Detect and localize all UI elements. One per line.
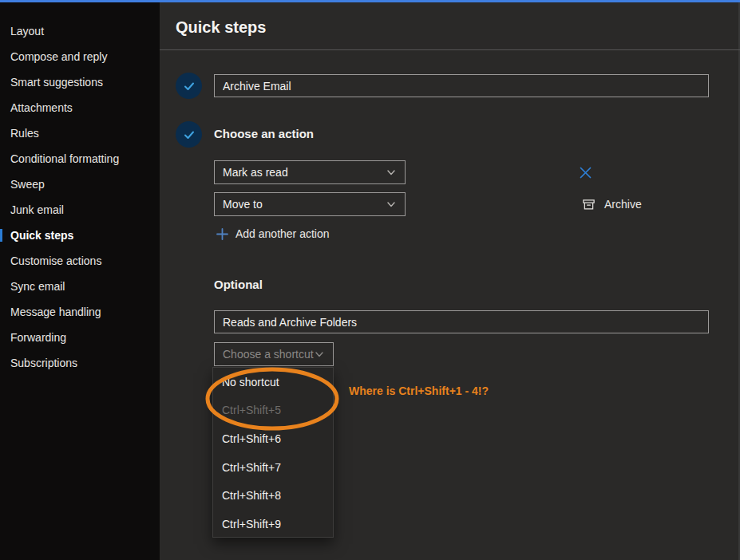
step1-check-badge: [176, 73, 202, 99]
action1-dropdown[interactable]: Mark as read: [214, 160, 406, 184]
remove-action1-button[interactable]: [576, 163, 595, 182]
action2-dropdown-value: Move to: [223, 198, 386, 211]
selected-folder-label: Archive: [604, 198, 740, 211]
selected-indicator-bar: [0, 229, 2, 242]
sidebar-item-label: Smart suggestions: [10, 76, 103, 89]
sidebar-item-label: Attachments: [10, 101, 73, 114]
annotation-text: Where is Ctrl+Shift+1 - 4!?: [349, 385, 489, 397]
chevron-down-icon: [386, 199, 397, 210]
sidebar-item-layout[interactable]: Layout: [0, 18, 160, 44]
quick-steps-panel: Quick steps Choose an action Mark as rea…: [160, 2, 740, 560]
sidebar-item-label: Junk email: [10, 203, 64, 216]
sidebar-item-label: Subscriptions: [10, 357, 77, 369]
archive-icon: [581, 197, 596, 212]
description-input[interactable]: [214, 310, 709, 333]
shortcut-option-ctrl-shift-6[interactable]: Ctrl+Shift+6: [213, 424, 333, 453]
action1-dropdown-value: Mark as read: [223, 166, 386, 179]
sidebar-item-message-handling[interactable]: Message handling: [0, 299, 160, 325]
sidebar-item-rules[interactable]: Rules: [0, 120, 160, 146]
sidebar-item-sync-email[interactable]: Sync email: [0, 274, 160, 299]
header-divider: [160, 49, 740, 50]
shortcut-option-ctrl-shift-9[interactable]: Ctrl+Shift+9: [213, 510, 333, 538]
sidebar-item-label: Sweep: [10, 178, 45, 191]
choose-action-heading: Choose an action: [214, 127, 314, 140]
sidebar-item-compose-and-reply[interactable]: Compose and reply: [0, 44, 160, 69]
sidebar-item-sweep[interactable]: Sweep: [0, 172, 160, 197]
optional-heading: Optional: [214, 278, 263, 291]
shortcut-options-flyout: No shortcut Ctrl+Shift+5 Ctrl+Shift+6 Ct…: [212, 367, 334, 538]
step2-check-badge: [176, 121, 202, 148]
sidebar-item-label: Quick steps: [10, 229, 73, 242]
shortcut-option-ctrl-shift-7[interactable]: Ctrl+Shift+7: [213, 453, 333, 482]
shortcut-dropdown-placeholder: Choose a shortcut: [223, 348, 314, 361]
settings-sidebar: Layout Compose and reply Smart suggestio…: [0, 2, 160, 560]
sidebar-item-smart-suggestions[interactable]: Smart suggestions: [0, 69, 160, 95]
sidebar-item-conditional-formatting[interactable]: Conditional formatting: [0, 146, 160, 172]
sidebar-item-label: Layout: [10, 25, 44, 37]
add-another-action-label: Add another action: [235, 227, 330, 240]
sidebar-item-customise-actions[interactable]: Customise actions: [0, 248, 160, 274]
sidebar-item-label: Conditional formatting: [10, 152, 119, 165]
move-to-folder-picker[interactable]: Archive: [581, 192, 740, 216]
sidebar-item-forwarding[interactable]: Forwarding: [0, 325, 160, 350]
shortcut-option-ctrl-shift-5: Ctrl+Shift+5: [213, 396, 333, 425]
quick-step-name-input[interactable]: [214, 74, 709, 97]
sidebar-item-label: Sync email: [10, 280, 65, 293]
sidebar-item-label: Message handling: [10, 306, 101, 318]
sidebar-item-label: Rules: [10, 127, 39, 140]
shortcut-option-ctrl-shift-8[interactable]: Ctrl+Shift+8: [213, 481, 333, 510]
chevron-down-icon: [386, 167, 397, 178]
sidebar-item-attachments[interactable]: Attachments: [0, 95, 160, 120]
page-title: Quick steps: [176, 18, 266, 37]
sidebar-item-quick-steps[interactable]: Quick steps: [0, 223, 160, 248]
settings-window: Layout Compose and reply Smart suggestio…: [0, 0, 740, 560]
check-icon: [183, 80, 196, 93]
sidebar-item-subscriptions[interactable]: Subscriptions: [0, 350, 160, 376]
shortcut-dropdown[interactable]: Choose a shortcut: [214, 342, 334, 366]
check-icon: [183, 128, 196, 141]
sidebar-item-junk-email[interactable]: Junk email: [0, 197, 160, 223]
close-icon: [580, 167, 592, 179]
sidebar-item-label: Customise actions: [10, 254, 101, 267]
action2-dropdown[interactable]: Move to: [214, 192, 406, 216]
plus-icon: [216, 228, 228, 240]
shortcut-option-no-shortcut[interactable]: No shortcut: [213, 368, 333, 396]
sidebar-item-label: Forwarding: [10, 331, 66, 344]
sidebar-item-label: Compose and reply: [10, 50, 107, 63]
add-another-action-button[interactable]: Add another action: [216, 227, 330, 240]
chevron-down-icon: [314, 349, 325, 360]
